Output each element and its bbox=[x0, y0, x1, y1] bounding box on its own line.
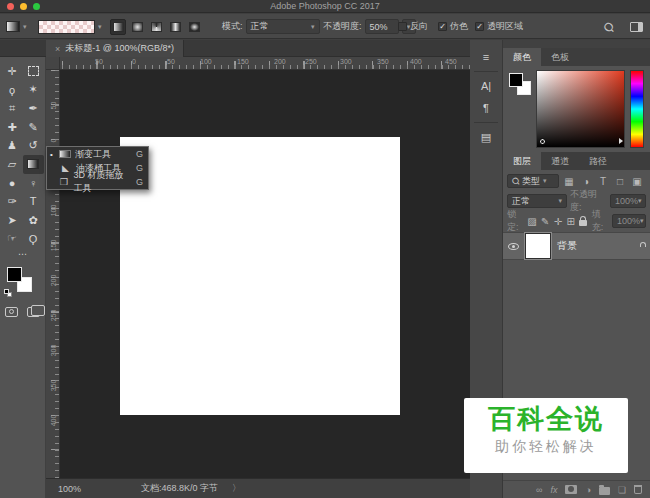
magic-wand-tool[interactable]: ✶ bbox=[23, 81, 44, 100]
color-panel-body bbox=[503, 66, 650, 152]
eraser-tool[interactable]: ▱ bbox=[2, 155, 23, 174]
padlock-icon bbox=[579, 220, 587, 226]
diamond-gradient-button[interactable] bbox=[186, 19, 202, 35]
color-picker-handle[interactable] bbox=[539, 138, 546, 145]
default-colors-button[interactable] bbox=[4, 289, 13, 298]
hand-tool[interactable]: ☞ bbox=[2, 229, 23, 248]
clone-stamp-tool[interactable]: ♟ bbox=[2, 136, 23, 155]
pen-tool[interactable]: ✑ bbox=[2, 192, 23, 211]
search-button[interactable]: Ϙ bbox=[604, 14, 613, 39]
dodge-tool[interactable]: ♀ bbox=[23, 174, 44, 193]
dither-checkbox[interactable]: ✓ bbox=[438, 22, 447, 31]
foreground-color-swatch[interactable] bbox=[509, 73, 523, 87]
filter-type-layers-button[interactable]: T bbox=[596, 176, 610, 187]
blend-mode-select[interactable]: 正常 ▾ bbox=[246, 19, 320, 34]
new-group-button[interactable] bbox=[599, 487, 610, 495]
quick-mask-button[interactable] bbox=[5, 307, 18, 317]
workspace-button[interactable] bbox=[630, 14, 643, 39]
gradient-editor[interactable]: ▾ bbox=[38, 14, 102, 39]
angle-gradient-icon bbox=[151, 22, 162, 32]
lock-transparent-pixels-button[interactable]: ▨ bbox=[527, 216, 536, 227]
new-adjustment-layer-button[interactable]: ◑ bbox=[585, 485, 590, 495]
filter-shape-layers-button[interactable]: □ bbox=[613, 176, 627, 187]
ruler-tick-label: 400 bbox=[410, 58, 422, 65]
layer-style-button[interactable]: fx bbox=[550, 485, 557, 495]
transparency-checkbox[interactable]: ✓ bbox=[475, 22, 484, 31]
angle-gradient-button[interactable] bbox=[148, 19, 164, 35]
path-selection-tool[interactable]: ➤ bbox=[2, 211, 23, 230]
tab-color[interactable]: 颜色 bbox=[503, 48, 541, 66]
screen-mode-button[interactable] bbox=[27, 307, 40, 317]
watermark-subtitle: 助你轻松解决 bbox=[464, 438, 628, 456]
character-panel-button[interactable]: A| bbox=[470, 75, 502, 97]
linear-gradient-button[interactable] bbox=[110, 19, 126, 35]
tab-layers[interactable]: 图层 bbox=[503, 152, 541, 170]
radial-gradient-button[interactable] bbox=[129, 19, 145, 35]
path-selection-icon: ➤ bbox=[7, 214, 16, 227]
flyout-item-3d-material-drop[interactable]: ❒ 3D 材质拖放工具 G bbox=[47, 175, 148, 189]
layer-opacity-input[interactable]: 100% ▾ bbox=[610, 194, 646, 208]
lock-all-button[interactable] bbox=[579, 217, 588, 226]
paint-bucket-icon: ◣ bbox=[59, 163, 72, 173]
saturation-brightness-field[interactable] bbox=[536, 70, 625, 148]
type-tool[interactable]: T bbox=[23, 192, 44, 211]
layer-visibility-eye-icon[interactable] bbox=[508, 243, 519, 250]
layer-row-background[interactable]: 背景 bbox=[503, 232, 650, 260]
tab-paths[interactable]: 路径 bbox=[579, 152, 617, 170]
move-tool[interactable]: ✛ bbox=[2, 62, 23, 81]
tab-channels[interactable]: 通道 bbox=[541, 152, 579, 170]
filter-adjustment-layers-button[interactable]: ◑ bbox=[579, 176, 593, 187]
foreground-color-swatch[interactable] bbox=[7, 267, 22, 282]
properties-panel-button[interactable]: ≡ bbox=[470, 46, 502, 68]
gradient-tool[interactable] bbox=[23, 155, 44, 174]
layer-blend-mode-select[interactable]: 正常 ▾ bbox=[507, 194, 567, 208]
link-layers-button[interactable]: ∞ bbox=[536, 485, 542, 495]
hue-slider[interactable] bbox=[630, 70, 644, 148]
lock-position-button[interactable]: ✛ bbox=[553, 216, 562, 227]
opacity-input[interactable]: 50% bbox=[365, 19, 399, 34]
filter-pixel-layers-button[interactable]: ▦ bbox=[562, 176, 576, 187]
ruler-tick-label: 250 bbox=[305, 58, 317, 65]
transparency-label: 透明区域 bbox=[487, 20, 523, 33]
flyout-item-gradient[interactable]: • 渐变工具 G bbox=[47, 147, 148, 161]
zoom-tool[interactable]: Ϙ bbox=[23, 229, 44, 248]
paragraph-panel-button[interactable]: ¶ bbox=[470, 97, 502, 119]
edit-toolbar-button[interactable]: ⋯ bbox=[0, 249, 45, 259]
new-layer-button[interactable]: ❏ bbox=[618, 485, 626, 495]
search-icon: Ϙ bbox=[509, 175, 521, 187]
lock-artboard-button[interactable]: ⊞ bbox=[566, 216, 575, 227]
ruler-tick-label: 0 bbox=[132, 58, 136, 65]
canvas-area[interactable]: 50 0 50 100 150 200 250 300 350 400 450 … bbox=[46, 57, 470, 478]
libraries-panel-button[interactable]: ▤ bbox=[470, 126, 502, 148]
filter-smart-objects-button[interactable]: ▣ bbox=[630, 176, 644, 187]
gradient-picker-arrow-icon[interactable]: ▾ bbox=[98, 23, 102, 31]
history-brush-tool[interactable]: ↺ bbox=[23, 136, 44, 155]
lock-paint-icon: ✎ bbox=[541, 216, 549, 227]
titlebar: Adobe Photoshop CC 2017 bbox=[0, 0, 650, 13]
zoom-level-input[interactable]: 100% bbox=[58, 484, 81, 494]
eyedropper-tool[interactable]: ✒ bbox=[23, 99, 44, 118]
document-canvas[interactable] bbox=[120, 137, 400, 415]
close-tab-icon[interactable]: × bbox=[55, 44, 60, 54]
gradient-preview-swatch[interactable] bbox=[38, 20, 95, 34]
spot-healing-brush-tool[interactable]: ✚ bbox=[2, 118, 23, 137]
layer-filter-select[interactable]: Ϙ 类型 ▾ bbox=[507, 174, 559, 188]
reverse-checkbox[interactable] bbox=[398, 22, 407, 31]
tool-preset-picker[interactable]: ▾ bbox=[6, 14, 27, 39]
custom-shape-tool[interactable]: ✿ bbox=[23, 211, 44, 230]
lasso-tool[interactable]: ϙ bbox=[2, 81, 23, 100]
add-layer-mask-button[interactable] bbox=[565, 485, 577, 494]
blur-tool[interactable]: ● bbox=[2, 174, 23, 193]
layer-fill-input[interactable]: 100% ▾ bbox=[612, 214, 646, 228]
document-tab[interactable]: × 未标题-1 @ 100%(RGB/8*) bbox=[46, 40, 184, 57]
tab-swatches[interactable]: 色板 bbox=[541, 48, 579, 66]
lock-image-pixels-button[interactable]: ✎ bbox=[541, 216, 550, 227]
reflected-gradient-button[interactable] bbox=[167, 19, 183, 35]
field-arrow-icon bbox=[619, 138, 623, 144]
crop-tool[interactable]: ⌗ bbox=[2, 99, 23, 118]
layer-thumbnail[interactable] bbox=[525, 233, 551, 259]
brush-tool[interactable]: ✎ bbox=[23, 118, 44, 137]
rectangular-marquee-tool[interactable] bbox=[23, 62, 44, 81]
status-chevron-icon[interactable]: 〉 bbox=[232, 482, 241, 495]
delete-layer-button[interactable] bbox=[634, 485, 642, 494]
